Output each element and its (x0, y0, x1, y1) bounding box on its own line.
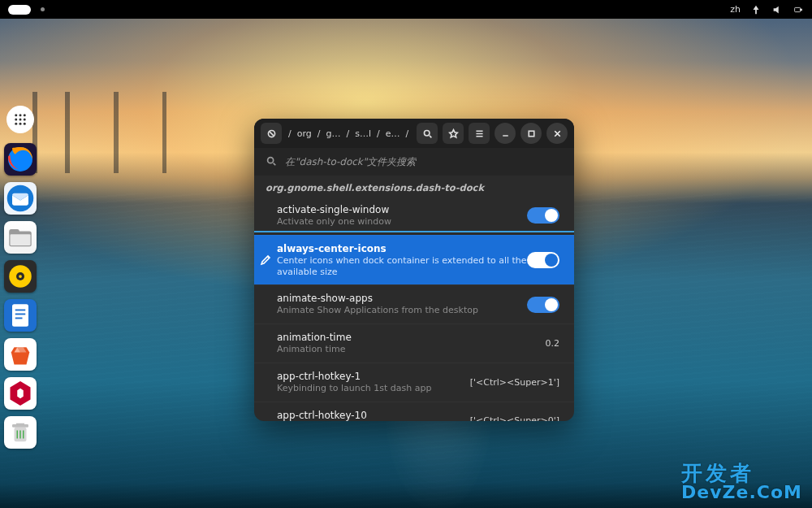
bookmark-button[interactable] (443, 123, 464, 144)
search-button[interactable] (417, 123, 438, 144)
dock-app-writer[interactable] (4, 299, 37, 332)
activities-indicator[interactable] (8, 5, 31, 15)
search-icon (266, 155, 277, 169)
svg-point-2 (15, 114, 17, 116)
svg-rect-27 (529, 131, 534, 137)
watermark: 开发者 DevZe.CoM (681, 462, 802, 501)
toggle-switch[interactable] (527, 207, 559, 224)
setting-row-selected[interactable]: always-center-icons Center icons when do… (254, 235, 574, 285)
svg-point-18 (19, 275, 22, 278)
svg-rect-20 (15, 310, 26, 311)
dash-to-dock (2, 106, 39, 449)
svg-rect-19 (12, 304, 28, 327)
dock-app-thunderbird[interactable] (4, 182, 37, 215)
volume-icon[interactable] (771, 4, 783, 15)
gnome-top-bar: zh (0, 0, 812, 19)
search-bar[interactable]: 在"dash-to-dock"文件夹搜索 (254, 148, 574, 176)
toggle-switch[interactable] (527, 252, 559, 268)
setting-desc: Animation time (277, 344, 539, 355)
window-titlebar: / org / g… / s…l / e… / d… / a… (254, 119, 574, 148)
svg-rect-14 (9, 229, 19, 234)
svg-point-26 (424, 130, 430, 136)
window-close-button[interactable] (546, 123, 568, 144)
settings-list[interactable]: activate-single-window Activate only one… (254, 197, 574, 421)
setting-value: ['<Ctrl><Super>0'] (470, 415, 559, 421)
svg-point-3 (19, 114, 22, 116)
svg-point-6 (19, 119, 22, 121)
breadcrumb[interactable]: / org / g… / s…l / e… / d… / a… (287, 128, 412, 139)
svg-rect-0 (795, 7, 801, 11)
hamburger-menu-button[interactable] (469, 123, 490, 144)
setting-key: animate-show-apps (277, 293, 527, 304)
dock-app-files[interactable] (4, 221, 37, 254)
dock-app-dconf[interactable] (4, 377, 37, 410)
setting-key: app-ctrl-hotkey-10 (277, 410, 464, 421)
breadcrumb-seg: s…l (353, 128, 373, 139)
setting-value: ['<Ctrl><Super>1'] (470, 377, 559, 388)
breadcrumb-seg: org (296, 128, 313, 139)
svg-point-28 (268, 157, 274, 163)
setting-desc: Activate only one window (277, 216, 527, 228)
svg-point-5 (15, 119, 17, 121)
network-icon[interactable] (750, 4, 762, 15)
input-method-indicator[interactable]: zh (730, 4, 741, 15)
setting-row[interactable]: app-ctrl-hotkey-10 Keybinding to launch … (254, 402, 574, 422)
setting-key: always-center-icons (277, 243, 527, 254)
svg-point-4 (24, 114, 26, 116)
breadcrumb-seg: / (287, 128, 293, 139)
setting-desc: Animate Show Applications from the deskt… (277, 305, 527, 316)
workspace-dot (41, 7, 45, 11)
watermark-line1: 开发者 (681, 462, 802, 484)
svg-rect-1 (801, 9, 802, 11)
breadcrumb-seg: e… (384, 128, 402, 139)
svg-point-9 (19, 123, 22, 125)
window-maximize-button[interactable] (520, 123, 542, 144)
edit-icon (259, 254, 272, 267)
svg-point-7 (24, 119, 26, 121)
dconf-editor-window: / org / g… / s…l / e… / d… / a… (254, 119, 574, 421)
watermark-line2: DevZe.CoM (681, 484, 802, 501)
setting-key: activate-single-window (277, 204, 527, 215)
schema-path: org.gnome.shell.extensions.dash-to-dock (254, 176, 574, 197)
svg-point-8 (15, 123, 17, 125)
svg-point-10 (24, 123, 26, 125)
dock-app-trash[interactable] (4, 416, 37, 449)
setting-row[interactable]: app-ctrl-hotkey-1 Keybinding to launch 1… (254, 363, 574, 402)
svg-rect-22 (15, 318, 23, 319)
setting-desc: Center icons when dock container is exte… (277, 255, 527, 278)
window-minimize-button[interactable] (495, 123, 516, 144)
dock-app-software[interactable] (4, 338, 37, 371)
toggle-switch[interactable] (527, 297, 559, 313)
breadcrumb-seg: g… (324, 128, 342, 139)
svg-rect-21 (15, 314, 26, 315)
show-applications-button[interactable] (6, 106, 34, 133)
setting-key: animation-time (277, 332, 539, 343)
reset-icon[interactable] (261, 123, 282, 144)
setting-row[interactable]: activate-single-window Activate only one… (254, 197, 574, 235)
dock-app-rhythmbox[interactable] (4, 260, 37, 293)
setting-row[interactable]: animation-time Animation time 0.2 (254, 323, 574, 363)
setting-value: 0.2 (546, 338, 560, 349)
setting-row[interactable]: animate-show-apps Animate Show Applicati… (254, 284, 574, 323)
svg-rect-15 (11, 234, 31, 245)
dock-app-firefox[interactable] (4, 143, 37, 176)
search-placeholder: 在"dash-to-dock"文件夹搜索 (285, 155, 416, 169)
setting-key: app-ctrl-hotkey-1 (277, 371, 464, 382)
power-icon[interactable] (793, 4, 804, 15)
setting-desc: Keybinding to launch 1st dash app (277, 383, 464, 394)
